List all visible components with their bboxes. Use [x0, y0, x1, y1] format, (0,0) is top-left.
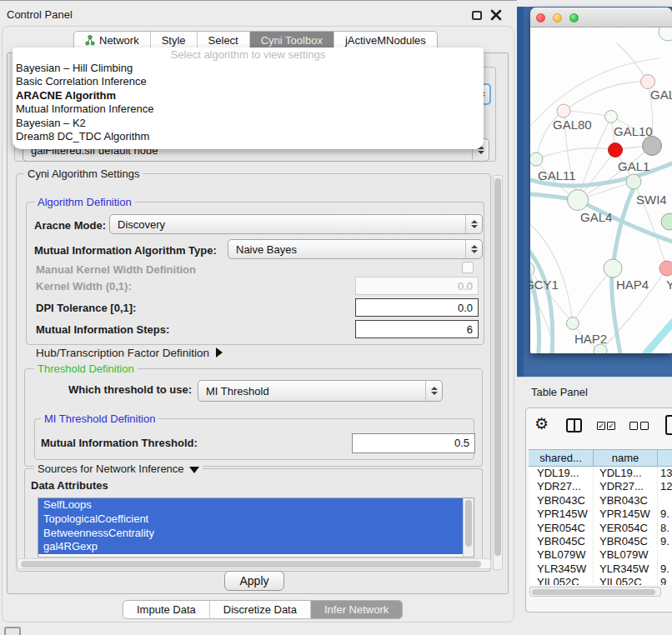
scrollbar-thumb[interactable]: [21, 561, 481, 568]
network-node[interactable]: [594, 344, 607, 353]
table-row[interactable]: YBR043CYBR043C: [529, 494, 672, 508]
document-icon[interactable]: [665, 415, 672, 435]
network-node-swi4[interactable]: [626, 174, 641, 189]
node-label: SWI4: [636, 192, 667, 207]
scrollbar-thumb[interactable]: [465, 500, 472, 547]
docked-panel-icon[interactable]: [4, 627, 21, 635]
network-node[interactable]: [659, 28, 672, 41]
expand-arrow-icon[interactable]: [216, 348, 223, 358]
close-window-icon[interactable]: [536, 13, 545, 22]
unchecked-checkbox-icon[interactable]: [629, 422, 638, 430]
algorithm-option[interactable]: Bayesian – K2: [13, 117, 484, 130]
network-node-hap4[interactable]: [604, 259, 622, 278]
network-edge[interactable]: [564, 111, 611, 117]
attribute-item[interactable]: BetweennessCentrality: [38, 527, 463, 541]
checked-checkbox-icon[interactable]: ✓: [607, 422, 615, 430]
table-row[interactable]: YIL052CYIL052C9: [529, 576, 672, 585]
sources-title-row[interactable]: Sources for Network Inference: [34, 462, 203, 475]
gear-icon[interactable]: ⚙: [534, 414, 549, 432]
zoom-window-icon[interactable]: [569, 13, 579, 22]
network-node-gal[interactable]: [641, 75, 655, 89]
table-horizontal-scrollbar[interactable]: [529, 587, 661, 597]
algorithm-option[interactable]: Mutual Information Inference: [13, 102, 484, 116]
table-cell: YLR345W: [594, 562, 658, 576]
table-row[interactable]: YDL19...YDL19...13: [529, 467, 672, 480]
table-row[interactable]: YER054CYER054C8.: [529, 522, 672, 535]
app-root: { "window": { "title": "Control Panel" }…: [0, 0, 672, 635]
tab-select[interactable]: Select: [198, 32, 250, 49]
table-cell: YPR145W: [594, 508, 658, 521]
settings-horizontal-scrollbar[interactable]: [18, 558, 491, 569]
aracne-mode-combobox[interactable]: Discovery: [109, 214, 483, 234]
network-node-gal11[interactable]: [530, 152, 543, 166]
network-edge[interactable]: [642, 322, 672, 353]
kernel-width-field[interactable]: 0.0: [355, 277, 479, 295]
tab-style[interactable]: Style: [151, 32, 198, 49]
split-columns-icon[interactable]: [566, 418, 582, 432]
node-label: Y: [666, 278, 672, 292]
spinner-icon: [465, 240, 482, 258]
algorithm-placeholder: Select algorithm to view settings: [13, 48, 484, 62]
bottom-tab-infer-network[interactable]: Infer Network: [311, 601, 402, 618]
mi-type-label: Mutual Information Algorithm Type:: [34, 244, 217, 257]
table-row[interactable]: YBL079WYBL079W: [529, 548, 672, 562]
mi-steps-field[interactable]: 6: [355, 320, 479, 338]
apply-button[interactable]: Apply: [224, 571, 284, 591]
algorithm-option[interactable]: Dream8 DC_TDC Algorithm: [13, 130, 484, 143]
dpi-tolerance-field[interactable]: 0.0: [355, 298, 479, 317]
scrollbar-thumb[interactable]: [494, 178, 501, 556]
float-panel-icon[interactable]: [472, 11, 482, 20]
list-scrollbar[interactable]: [463, 498, 474, 557]
algorithm-option[interactable]: Bayesian – Hill Climbing: [13, 62, 484, 75]
node-label: GAL1: [618, 159, 649, 173]
attribute-item[interactable]: TopologicalCoefficient: [38, 512, 463, 527]
bottom-tab-impute-data[interactable]: Impute Data: [123, 601, 210, 618]
network-node-gal10[interactable]: [605, 111, 618, 123]
data-attributes-list[interactable]: SelfLoopsTopologicalCoefficientBetweenne…: [38, 498, 474, 558]
mi-type-combobox[interactable]: Naive Bayes: [228, 239, 483, 259]
tab-network[interactable]: Network: [74, 32, 151, 49]
mi-threshold-title: MI Threshold Definition: [41, 412, 158, 425]
network-node-gal4[interactable]: [568, 190, 589, 211]
attribute-item[interactable]: gal4RGexp: [38, 540, 463, 554]
close-panel-icon[interactable]: [490, 9, 502, 21]
hub-definition-toggle[interactable]: Hub/Transcription Factor Definition: [36, 347, 223, 359]
scrollbar-thumb[interactable]: [532, 589, 655, 595]
network-node[interactable]: [661, 213, 672, 230]
table-row[interactable]: YDR27...YDR27...12: [529, 480, 672, 493]
network-edge[interactable]: [536, 148, 615, 159]
column-header[interactable]: name: [594, 450, 658, 466]
column-header[interactable]: [658, 450, 672, 466]
attribute-item[interactable]: SelfLoops: [38, 498, 463, 512]
settings-vertical-scrollbar[interactable]: [493, 175, 503, 570]
table-row[interactable]: YPR145WYPR145W9.: [529, 508, 672, 521]
column-header[interactable]: shared...: [529, 450, 594, 466]
collapse-arrow-icon[interactable]: [189, 467, 199, 473]
which-threshold-combobox[interactable]: MI Threshold: [198, 380, 443, 402]
table-cell: [658, 548, 672, 562]
network-edge[interactable]: [573, 268, 613, 323]
table-row[interactable]: YLR345WYLR345W9.: [529, 562, 672, 576]
unchecked-checkbox-icon[interactable]: [640, 422, 649, 430]
network-node-y[interactable]: [659, 261, 672, 276]
table-cell: YPR145W: [529, 508, 594, 521]
network-node-hap2[interactable]: [567, 318, 579, 330]
bottom-tab-discretize-data[interactable]: Discretize Data: [210, 601, 311, 618]
network-node-gcy1[interactable]: [530, 262, 534, 276]
algorithm-option[interactable]: ARACNE Algorithm: [13, 89, 484, 102]
manual-kernel-checkbox[interactable]: [462, 262, 474, 273]
mi-threshold-field[interactable]: 0.5: [352, 433, 475, 453]
algorithm-option[interactable]: Basic Correlation Inference: [13, 75, 484, 88]
network-node-gal1[interactable]: [609, 143, 623, 158]
network-window-titlebar[interactable]: [530, 8, 672, 28]
network-canvas[interactable]: GALGAL80GAL10GAL1GAL11SWI4GAL4GCY1HAP4YH…: [530, 28, 672, 353]
tab-jactivemnodules[interactable]: jActiveMNodules: [334, 32, 437, 49]
network-node[interactable]: [643, 137, 662, 156]
table-row[interactable]: YBR045CYBR045C9.: [529, 535, 672, 548]
network-node-gal80[interactable]: [557, 104, 570, 118]
tab-cyni-toolbox[interactable]: Cyni Toolbox: [250, 32, 334, 49]
table-cell: YBL079W: [529, 548, 594, 562]
node-table: shared...name YDL19...YDL19...13YDR27...…: [529, 449, 672, 585]
minimize-window-icon[interactable]: [553, 13, 562, 22]
checked-checkbox-icon[interactable]: ✓: [597, 422, 605, 430]
